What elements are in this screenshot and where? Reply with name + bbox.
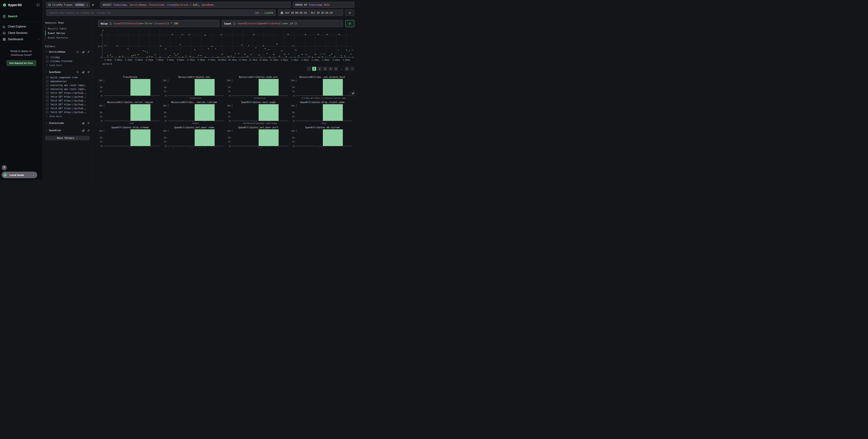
checkbox[interactable] xyxy=(46,80,49,83)
filter-item[interactable]: clickpy-frontend xyxy=(45,59,90,63)
pin-icon[interactable] xyxy=(87,122,90,124)
date-range-picker[interactable]: Oct 10 04:16:14 - Oct 10 16:16:14 xyxy=(278,9,343,16)
histogram-cell[interactable]: ResourceAttributes.vercel.region10050250… xyxy=(98,99,162,124)
filter-group-header-spankind[interactable]: SpanKind xyxy=(45,128,90,132)
histogram-cell[interactable]: ResourceAttributes.node.env10050250produ… xyxy=(226,74,290,99)
run-analysis-button[interactable] xyxy=(345,20,354,27)
value-expression-input[interactable]: Value (countIf(StatusCode='Error')/count… xyxy=(98,20,219,27)
histogram-cell[interactable]: SpanAttributes.next.page10050250/dashboa… xyxy=(226,99,290,124)
filter-group-header-statuscode[interactable]: StatusCode xyxy=(45,121,90,125)
run-query-button[interactable] xyxy=(345,9,354,16)
checkbox[interactable] xyxy=(46,56,49,59)
histogram-bar[interactable] xyxy=(195,129,215,146)
pin-icon[interactable] xyxy=(87,129,90,131)
gear-icon[interactable]: ⚙ xyxy=(92,3,94,7)
load-more-link[interactable]: Load more xyxy=(45,63,90,66)
analysis-mode-event-patterns[interactable]: Event Patterns xyxy=(45,35,90,40)
schema-badge[interactable]: Schema xyxy=(75,3,85,6)
checkbox[interactable] xyxy=(46,92,49,94)
checkbox[interactable] xyxy=(46,95,49,98)
timeseries-plot[interactable] xyxy=(102,30,354,57)
show-more-link[interactable]: Show more xyxy=(45,114,90,118)
order-by-input[interactable]: ORDER BY Timestamp DESC xyxy=(293,2,354,8)
histogram-cell[interactable]: SpanAttributes.http.scheme10050250https xyxy=(98,124,162,148)
select-expression-input[interactable]: SELECT Timestamp, ServiceName, StatusCod… xyxy=(100,2,290,8)
filter-item[interactable]: clickpy xyxy=(45,55,90,59)
page-prev-button[interactable]: ‹ xyxy=(307,67,311,71)
page-button-9[interactable]: 9 xyxy=(345,67,349,71)
search-bar[interactable]: SQL | Lucene xyxy=(46,9,276,16)
histogram-bar[interactable] xyxy=(259,129,279,146)
histogram-bar[interactable] xyxy=(259,104,279,121)
search-icon[interactable] xyxy=(76,51,79,53)
search-input[interactable] xyxy=(49,11,253,14)
filter-item[interactable]: fetch GET https://github.… xyxy=(45,110,90,114)
filter-item[interactable]: executing api route (app)… xyxy=(45,83,90,87)
checkbox[interactable] xyxy=(46,84,49,86)
chart-icon[interactable] xyxy=(82,51,84,53)
filter-group-header-spanname[interactable]: SpanName xyxy=(45,70,90,74)
page-next-button[interactable]: › xyxy=(350,67,354,71)
filter-item[interactable]: fetch GET https://github.… xyxy=(45,103,90,107)
checkbox[interactable] xyxy=(46,60,49,62)
chart-icon[interactable] xyxy=(82,71,84,73)
histogram-bar[interactable] xyxy=(195,104,215,121)
filter-group-header-servicename[interactable]: ServiceName xyxy=(45,50,90,54)
histogram-cell[interactable]: ResourceAttribu...vercel.runtime10050250… xyxy=(162,99,226,124)
histogram-cell[interactable]: SpanAttributes.http.client.name10050250h… xyxy=(290,99,354,124)
mode-toggle-lucene[interactable]: Lucene xyxy=(265,11,273,14)
chart-icon[interactable] xyxy=(82,129,84,131)
search-icon[interactable] xyxy=(76,71,79,73)
histogram-bar[interactable] xyxy=(195,79,215,95)
histogram-cell[interactable]: TraceState10050250 xyxy=(98,74,162,99)
checkbox[interactable] xyxy=(46,88,49,90)
page-button-4[interactable]: 4 xyxy=(329,67,333,71)
pin-icon[interactable] xyxy=(87,71,90,73)
source-selector[interactable]: ClickPy Traces Schema xyxy=(46,2,90,8)
histogram-cell[interactable]: SpanAttributes.db.system10050250clickhou… xyxy=(290,124,354,148)
filter-item[interactable]: dependencies xyxy=(45,80,90,83)
checkbox[interactable] xyxy=(46,111,49,114)
checkbox[interactable] xyxy=(46,107,49,110)
sidebar-item-client-sessions[interactable]: Client Sessions xyxy=(0,30,42,36)
histogram-bar[interactable] xyxy=(323,104,343,121)
filter-item[interactable]: fetch GET https://github.… xyxy=(45,99,90,103)
checkbox[interactable] xyxy=(46,99,49,102)
count-expression-input[interactable]: Count countDistinct(SpanAttributes['user… xyxy=(222,20,343,27)
mode-toggle-sql[interactable]: SQL xyxy=(255,11,259,14)
histogram-cell[interactable]: ResourceAttributes.env10050250production xyxy=(162,74,226,99)
sidebar-collapse-icon[interactable] xyxy=(36,3,40,7)
pin-icon[interactable] xyxy=(87,51,90,53)
analysis-mode-results-table[interactable]: Results Table xyxy=(45,26,90,31)
histogram-cell[interactable]: SpanAttributes.net.peer.port100502508443 xyxy=(226,124,290,148)
filter-item[interactable]: fetch GET https://github.… xyxy=(45,91,90,95)
sidebar-item-chart-explorer[interactable]: Chart Explorer xyxy=(0,23,42,30)
histogram-bar[interactable] xyxy=(130,129,150,146)
histogram-cell[interactable]: ResourceAttribu..cel.branch_host10050250… xyxy=(290,74,354,99)
sidebar-item-dashboards[interactable]: Dashboards xyxy=(0,36,42,42)
checkbox[interactable] xyxy=(46,103,49,106)
histogram-bar[interactable] xyxy=(323,79,343,95)
histogram-bar[interactable] xyxy=(130,104,150,121)
local-mode-menu[interactable]: U Local mode xyxy=(2,172,37,178)
histogram-cell[interactable]: SpanAttributes.net.peer.name10050250z5nr… xyxy=(162,124,226,148)
histogram-bar[interactable] xyxy=(323,129,343,146)
more-filters-button[interactable]: More filters xyxy=(45,136,90,140)
page-button-5[interactable]: 5 xyxy=(334,67,338,71)
histogram-bar[interactable] xyxy=(130,79,150,95)
checkbox[interactable] xyxy=(46,76,49,79)
page-button-2[interactable]: 2 xyxy=(318,67,322,71)
chart-icon[interactable] xyxy=(82,122,84,124)
sidebar-item-search[interactable]: Search xyxy=(0,13,42,20)
help-button[interactable]: ? xyxy=(2,165,7,170)
filter-item[interactable]: executing api route (app)… xyxy=(45,87,90,91)
get-started-button[interactable]: Get Started for Free xyxy=(6,60,36,66)
chart-settings-fab[interactable] xyxy=(350,90,356,96)
page-button-3[interactable]: 3 xyxy=(323,67,327,71)
analysis-mode-event-deltas[interactable]: Event Deltas xyxy=(45,31,90,35)
filter-item[interactable]: fetch GET https://github.… xyxy=(45,107,90,110)
histogram-bar[interactable] xyxy=(259,79,279,95)
filter-item[interactable]: fetch GET https://github.… xyxy=(45,95,90,99)
filter-item[interactable]: build component tree xyxy=(45,76,90,80)
page-button-1[interactable]: 1 xyxy=(312,67,316,71)
